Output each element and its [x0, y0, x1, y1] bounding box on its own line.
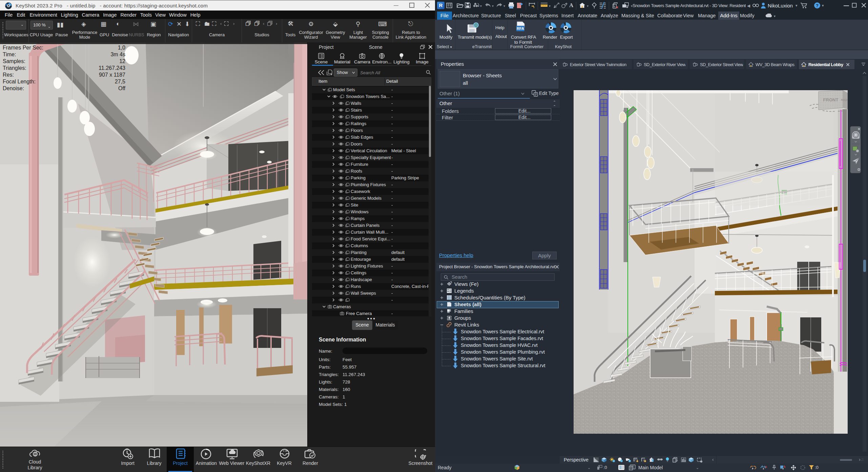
svg-text:27,5: 27,5 — [115, 79, 125, 84]
svg-text:Res:: Res: — [3, 72, 14, 78]
svg-text:12: 12 — [119, 58, 125, 64]
svg-text:Denoise:: Denoise: — [3, 85, 24, 91]
svg-text:1,0: 1,0 — [118, 45, 125, 51]
svg-text:Off: Off — [118, 85, 126, 91]
svg-text:907 x 1187: 907 x 1187 — [99, 72, 125, 78]
svg-text:Focal Length:: Focal Length: — [3, 79, 36, 84]
svg-text:RIGHT: RIGHT — [841, 98, 848, 102]
svg-text:Time:: Time: — [3, 52, 16, 57]
svg-text:RFA: RFA — [517, 26, 524, 31]
svg-text:Samples:: Samples: — [3, 58, 25, 64]
svg-text:11.267.243: 11.267.243 — [99, 65, 125, 71]
svg-text:?: ? — [816, 3, 819, 8]
svg-text:Frames Per Sec:: Frames Per Sec: — [3, 45, 43, 51]
svg-text:FRONT: FRONT — [823, 97, 839, 102]
svg-text:3m 4s: 3m 4s — [110, 52, 125, 57]
svg-text:Triangles:: Triangles: — [3, 65, 26, 71]
